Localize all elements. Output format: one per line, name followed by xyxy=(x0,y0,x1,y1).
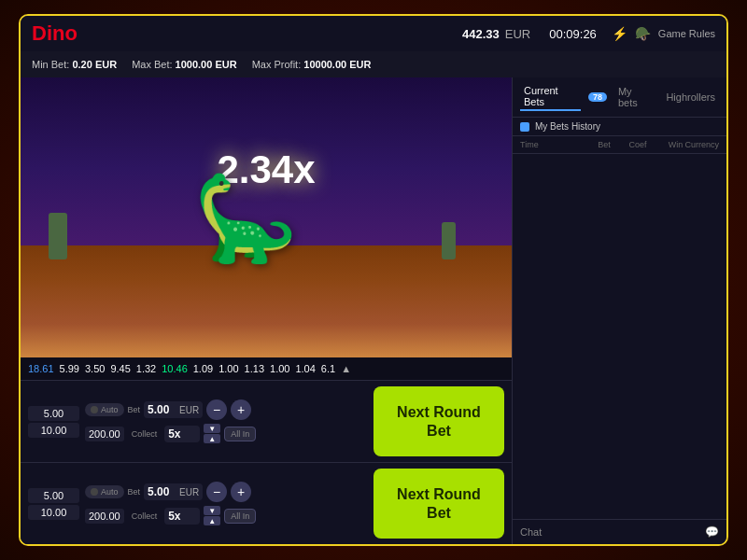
bet-amount: 5.00 xyxy=(148,403,176,416)
odd-item: 1.32 xyxy=(136,363,156,374)
all-in-button[interactable]: All In xyxy=(224,427,256,441)
bet-amount-row: Auto Bet 5.00 EUR − + xyxy=(85,482,368,502)
col-header-win: Win xyxy=(647,140,684,149)
app-logo: Dino xyxy=(32,21,78,46)
tab-my-bets[interactable]: My bets xyxy=(614,84,655,110)
bet-amount: 5.00 xyxy=(148,485,176,498)
cactus-right xyxy=(442,222,456,259)
min-bet-info: Min Bet: 0.20 EUR xyxy=(32,59,117,70)
header-icons: 00:09:26 ⚡ 🪖 Game Rules xyxy=(549,26,715,41)
bet-bottom-val: 10.00 xyxy=(28,505,79,520)
collect-label: Collect xyxy=(132,429,158,439)
collect-top-val: 200.00 xyxy=(85,427,124,441)
bet-increase-button[interactable]: + xyxy=(231,399,251,420)
collect-down-button[interactable]: ▲ xyxy=(204,434,220,443)
all-in-button[interactable]: All In xyxy=(224,509,256,524)
col-header-time: Time xyxy=(520,140,574,149)
bet-bottom-val: 10.00 xyxy=(28,423,79,438)
bet-input-area: 5.00 EUR xyxy=(144,401,203,418)
history-dot xyxy=(520,122,529,132)
odd-item: 1.04 xyxy=(295,363,315,374)
bet-top-val: 5.00 xyxy=(28,406,79,421)
col-header-currency: Currency xyxy=(683,140,719,149)
tabs-row: Current Bets78My betsHighrollers xyxy=(513,77,726,118)
next-round-bet-button[interactable]: Next Round Bet xyxy=(374,386,504,456)
odd-item: 6.1 xyxy=(321,363,335,374)
odd-item: 1.13 xyxy=(245,363,264,374)
history-header: My Bets History xyxy=(513,118,726,136)
lightning-icon[interactable]: ⚡ xyxy=(612,26,627,41)
game-rules-button[interactable]: Game Rules xyxy=(658,28,715,39)
odd-item: 1.00 xyxy=(270,363,289,374)
collect-val: 5x xyxy=(168,510,196,523)
auto-dot xyxy=(91,488,98,496)
bet-input-area: 5.00 EUR xyxy=(144,483,203,500)
max-profit-info: Max Profit: 10000.00 EUR xyxy=(252,59,372,70)
right-panel: Current Bets78My betsHighrollers My Bets… xyxy=(512,77,726,544)
bet-center: Auto Bet 5.00 EUR − + 200.00 Collect 5x … xyxy=(85,399,368,443)
collect-input-area: 5x xyxy=(164,508,200,525)
auto-dot xyxy=(91,406,98,413)
timer: 00:09:26 xyxy=(549,27,597,41)
balance-amount: 442.33 xyxy=(462,27,500,41)
betting-panels: 5.00 10.00 Auto Bet 5.00 EUR − + 200.00 … xyxy=(21,380,512,544)
chat-icon[interactable]: 💬 xyxy=(705,525,719,539)
top-bar: Dino 442.33 EUR 00:09:26 ⚡ 🪖 Game Rules xyxy=(21,16,726,51)
table-body xyxy=(513,154,726,519)
table-header: TimeBetCoefWinCurrency xyxy=(513,136,726,154)
collect-row: 200.00 Collect 5x ▼ ▲ All In xyxy=(85,506,368,525)
bet-decrease-button[interactable]: − xyxy=(206,482,227,502)
info-bar: Min Bet: 0.20 EUR Max Bet: 1000.00 EUR M… xyxy=(21,51,726,77)
game-canvas: 2.34x 🦕 xyxy=(21,77,512,357)
collect-top-val: 200.00 xyxy=(85,509,124,524)
bet-left-col: 5.00 10.00 xyxy=(28,406,79,438)
left-panel: 2.34x 🦕 18.615.993.509.451.3210.461.091.… xyxy=(21,77,512,544)
odd-item: 18.61 xyxy=(28,363,54,374)
chat-label: Chat xyxy=(520,526,542,538)
odds-expand-button[interactable]: ▲ xyxy=(341,363,351,374)
bet-label: Bet xyxy=(128,405,141,414)
bet-label: Bet xyxy=(128,487,141,497)
cactus-left xyxy=(49,213,67,259)
col-header-coef: Coef xyxy=(611,140,647,149)
bet-panel-2: 5.00 10.00 Auto Bet 5.00 EUR − + 200.00 … xyxy=(21,462,512,544)
odd-item: 1.09 xyxy=(193,363,213,374)
currency-label: EUR xyxy=(505,27,530,41)
auto-toggle[interactable]: Auto xyxy=(85,403,124,416)
collect-arrows: ▼ ▲ xyxy=(204,424,220,443)
collect-input-area: 5x xyxy=(164,426,200,442)
auto-label: Auto xyxy=(101,405,119,414)
dino-character: 🦕 xyxy=(193,170,298,268)
balance-area: 442.33 EUR xyxy=(462,27,530,41)
main-container: Dino 442.33 EUR 00:09:26 ⚡ 🪖 Game Rules … xyxy=(19,14,728,546)
chat-bar: Chat 💬 xyxy=(513,519,726,544)
odd-item: 10.46 xyxy=(162,363,188,374)
collect-label: Collect xyxy=(132,511,158,521)
collect-row: 200.00 Collect 5x ▼ ▲ All In xyxy=(85,424,368,443)
collect-down-button[interactable]: ▲ xyxy=(204,516,220,525)
collect-arrows: ▼ ▲ xyxy=(204,506,220,525)
bet-center: Auto Bet 5.00 EUR − + 200.00 Collect 5x … xyxy=(85,482,368,525)
max-bet-info: Max Bet: 1000.00 EUR xyxy=(132,59,237,70)
bet-panel-1: 5.00 10.00 Auto Bet 5.00 EUR − + 200.00 … xyxy=(21,380,512,462)
history-label: My Bets History xyxy=(535,121,600,132)
bets-count-badge: 78 xyxy=(588,92,607,102)
bet-left-col: 5.00 10.00 xyxy=(28,488,79,520)
next-round-bet-button[interactable]: Next Round Bet xyxy=(374,469,504,539)
bet-increase-button[interactable]: + xyxy=(231,482,251,502)
odd-item: 9.45 xyxy=(110,363,130,374)
col-header-bet: Bet xyxy=(574,140,611,149)
bet-currency: EUR xyxy=(179,405,199,415)
tab-current-bets[interactable]: Current Bets xyxy=(520,83,581,111)
odds-strip: 18.615.993.509.451.3210.461.091.001.131.… xyxy=(21,357,512,380)
helmet-icon[interactable]: 🪖 xyxy=(635,26,651,41)
tab-highrollers[interactable]: Highrollers xyxy=(662,90,719,105)
content-area: 2.34x 🦕 18.615.993.509.451.3210.461.091.… xyxy=(21,77,726,544)
collect-up-button[interactable]: ▼ xyxy=(204,506,220,515)
odd-item: 1.00 xyxy=(218,363,238,374)
collect-up-button[interactable]: ▼ xyxy=(204,424,220,433)
bet-amount-row: Auto Bet 5.00 EUR − + xyxy=(85,399,368,420)
bet-top-val: 5.00 xyxy=(28,488,79,503)
bet-decrease-button[interactable]: − xyxy=(206,399,227,420)
auto-toggle[interactable]: Auto xyxy=(85,485,124,498)
